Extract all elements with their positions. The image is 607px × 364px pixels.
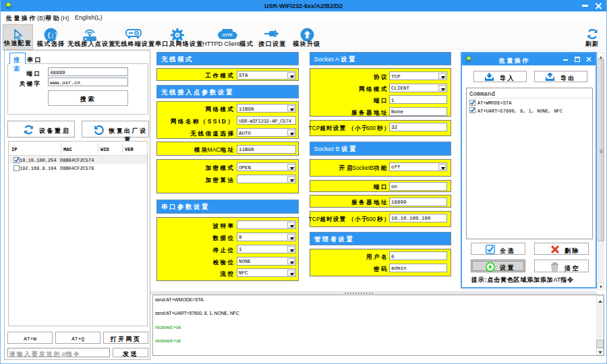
svg-text:{;}: {;}: [47, 32, 58, 39]
svg-text:HTTP: HTTP: [223, 33, 233, 37]
